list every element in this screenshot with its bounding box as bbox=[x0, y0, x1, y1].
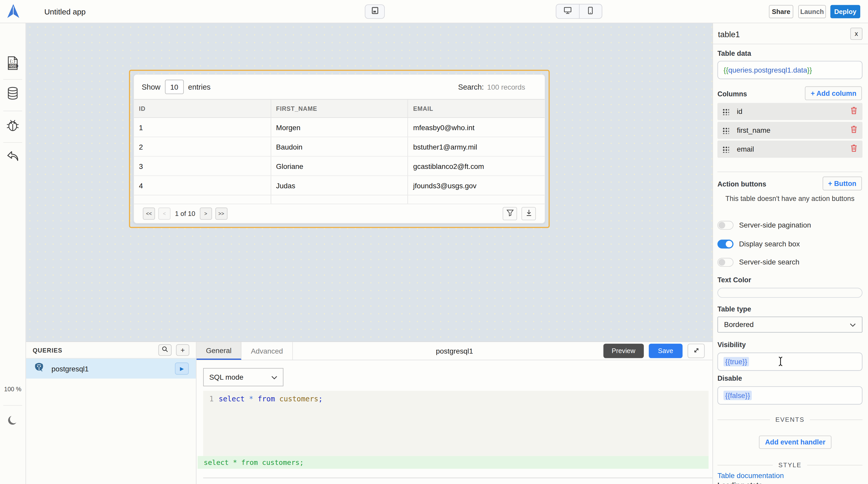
launch-button[interactable]: Launch bbox=[798, 5, 826, 18]
save-button[interactable]: Save bbox=[649, 344, 683, 358]
add-query-button[interactable]: + bbox=[176, 344, 189, 356]
pagination-first-button[interactable]: << bbox=[143, 208, 155, 220]
canvas-size-button[interactable] bbox=[365, 4, 385, 19]
visibility-label: Visibility bbox=[717, 341, 862, 349]
drag-handle-icon[interactable] bbox=[722, 146, 729, 153]
table-row[interactable]: 3 Gloriane gcastiblanco2@ft.com bbox=[134, 157, 545, 176]
app-logo-icon[interactable] bbox=[6, 3, 21, 22]
disable-input[interactable]: {{false}} bbox=[717, 386, 862, 405]
desktop-view-button[interactable] bbox=[556, 4, 580, 18]
cell-first-name: Judas bbox=[271, 176, 408, 195]
sql-code-editor[interactable]: 1 select * from customers; bbox=[203, 391, 708, 456]
cell-email: gcastiblanco2@ft.com bbox=[408, 157, 545, 175]
download-button[interactable] bbox=[522, 207, 536, 220]
table-type-label: Table type bbox=[717, 305, 862, 313]
tab-general[interactable]: General bbox=[196, 342, 242, 360]
column-item-email[interactable]: email bbox=[717, 140, 862, 158]
tab-advanced[interactable]: Advanced bbox=[242, 342, 293, 360]
canvas-icon bbox=[371, 7, 378, 17]
zoom-level-label: 100 % bbox=[0, 386, 26, 393]
query-search-button[interactable] bbox=[158, 344, 172, 356]
text-color-input[interactable] bbox=[717, 288, 862, 298]
cell-email: mfeasby0@who.int bbox=[408, 118, 545, 137]
panel-divider bbox=[717, 171, 862, 172]
mobile-view-button[interactable] bbox=[580, 4, 602, 18]
toggle-switch[interactable] bbox=[717, 258, 734, 266]
add-action-button[interactable]: + Button bbox=[823, 176, 862, 191]
column-header-id[interactable]: ID bbox=[134, 100, 271, 118]
pagination-status: 1 of 10 bbox=[175, 210, 195, 218]
search-icon bbox=[162, 346, 168, 354]
table-row[interactable]: 2 Baudoin bstuther1@army.mil bbox=[134, 137, 545, 157]
show-label: Show bbox=[142, 83, 160, 91]
query-name: postgresql1 bbox=[52, 364, 89, 373]
sidebar-divider bbox=[3, 405, 22, 406]
cell-id: 4 bbox=[134, 176, 271, 195]
add-event-handler-button[interactable]: Add event handler bbox=[759, 435, 832, 449]
close-inspector-button[interactable]: x bbox=[850, 28, 862, 40]
column-item-id[interactable]: id bbox=[717, 103, 862, 120]
table-type-select[interactable]: Bordered bbox=[717, 317, 862, 333]
trash-icon[interactable] bbox=[850, 144, 858, 155]
visibility-value: {{true}} bbox=[723, 357, 749, 366]
table-row[interactable]: 4 Judas jfounds3@usgs.gov bbox=[134, 176, 545, 195]
sidebar-item-datasources[interactable] bbox=[0, 87, 26, 102]
table-row-partial bbox=[134, 195, 545, 204]
drag-handle-icon[interactable] bbox=[722, 127, 729, 134]
share-button[interactable]: Share bbox=[769, 5, 793, 18]
toggle-switch[interactable] bbox=[717, 239, 734, 248]
column-name: email bbox=[737, 145, 754, 153]
sidebar-item-undo[interactable] bbox=[0, 150, 26, 166]
sidebar-item-inspector[interactable]: {;}JSON bbox=[0, 57, 26, 72]
left-sidebar: {;}JSON 100 % bbox=[0, 23, 26, 484]
table-data-input[interactable]: {{queries.postgresql1.data}} bbox=[717, 61, 862, 79]
sql-semicolon: ; bbox=[318, 395, 323, 403]
play-icon: ▶ bbox=[180, 366, 184, 371]
text-color-label: Text Color bbox=[717, 276, 862, 284]
cell-first-name: Morgen bbox=[271, 118, 408, 137]
page-size-box[interactable]: 10 bbox=[165, 80, 184, 94]
svg-text:{;}: {;} bbox=[9, 59, 16, 64]
query-editor-panel: postgresql1 General Advanced Preview Sav… bbox=[196, 342, 712, 484]
query-list-item-postgresql1[interactable]: postgresql1 ▶ bbox=[26, 359, 196, 379]
drag-handle-icon[interactable] bbox=[722, 108, 729, 115]
editor-divider bbox=[203, 478, 712, 478]
column-item-first-name[interactable]: first_name bbox=[717, 122, 862, 139]
filter-icon bbox=[506, 209, 514, 219]
selected-widget-name: table1 bbox=[718, 30, 740, 39]
queries-title: QUERIES bbox=[33, 347, 62, 354]
expand-editor-button[interactable] bbox=[687, 344, 705, 358]
table-toolbar: Show 10 entries Search: bbox=[134, 75, 545, 99]
pagination-prev-button[interactable]: < bbox=[158, 208, 170, 220]
cell-id: 2 bbox=[134, 137, 271, 156]
download-icon bbox=[525, 209, 532, 219]
chevron-down-icon bbox=[271, 373, 277, 381]
deploy-button[interactable]: Deploy bbox=[830, 5, 860, 18]
properties-panel: table1 x Table data {{queries.postgresql… bbox=[712, 23, 868, 484]
trash-icon[interactable] bbox=[850, 125, 858, 136]
column-header-email[interactable]: EMAIL bbox=[408, 100, 545, 118]
table-row[interactable]: 1 Morgen mfeasby0@who.int bbox=[134, 118, 545, 137]
query-editor-body: SQL mode 1 select * from customers; bbox=[196, 360, 712, 484]
toggle-switch[interactable] bbox=[717, 221, 734, 229]
trash-icon[interactable] bbox=[850, 106, 858, 117]
run-query-button[interactable]: ▶ bbox=[175, 363, 189, 375]
pagination-next-button[interactable]: > bbox=[200, 208, 212, 220]
desktop-icon bbox=[563, 6, 572, 17]
table-widget[interactable]: Show 10 entries Search: ID FIRST_NAME EM… bbox=[129, 70, 550, 228]
column-header-first-name[interactable]: FIRST_NAME bbox=[271, 100, 408, 118]
table-documentation-link[interactable]: Table documentation bbox=[717, 472, 862, 480]
filter-button[interactable] bbox=[503, 207, 517, 220]
device-toggle-group bbox=[556, 4, 602, 19]
pagination-last-button[interactable]: >> bbox=[215, 208, 227, 220]
sql-mode-select[interactable]: SQL mode bbox=[203, 368, 283, 386]
sidebar-item-debugger[interactable] bbox=[0, 119, 26, 134]
sidebar-divider bbox=[3, 142, 22, 143]
visibility-input[interactable]: {{true}} bbox=[717, 353, 862, 371]
style-header-text: STYLE bbox=[778, 461, 802, 468]
add-column-button[interactable]: + Add column bbox=[805, 86, 862, 100]
dark-mode-toggle[interactable] bbox=[0, 414, 26, 429]
table-search-input[interactable] bbox=[487, 83, 537, 91]
sql-star: * bbox=[249, 395, 253, 403]
preview-button[interactable]: Preview bbox=[603, 344, 644, 358]
